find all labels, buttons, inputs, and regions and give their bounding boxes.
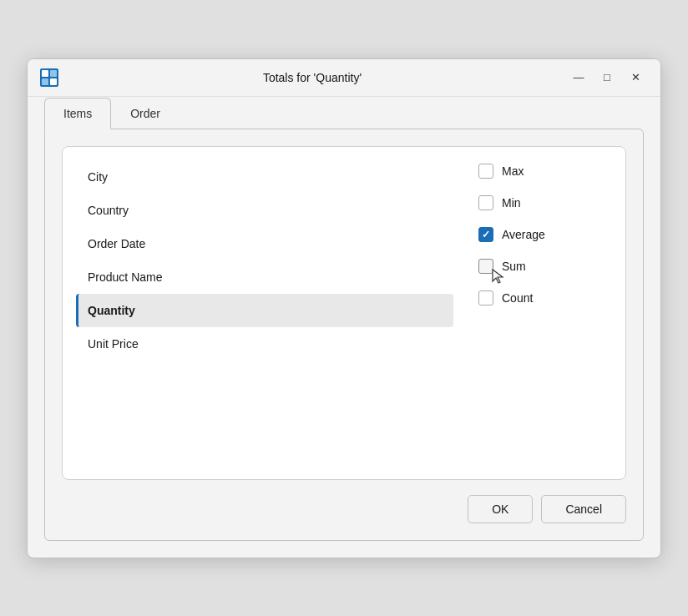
- app-icon: [39, 68, 59, 88]
- tab-items[interactable]: Items: [44, 98, 111, 129]
- tab-bar: Items Order: [44, 97, 644, 129]
- svg-rect-3: [42, 78, 48, 85]
- field-list: City Country Order Date Product Name Qua…: [76, 160, 453, 466]
- titlebar-left: [39, 68, 59, 88]
- titlebar: Totals for 'Quantity' — □ ✕: [28, 59, 660, 97]
- cancel-button[interactable]: Cancel: [541, 495, 626, 523]
- maximize-button[interactable]: □: [594, 68, 620, 88]
- agg-option-sum[interactable]: Sum: [478, 259, 526, 274]
- checkbox-average[interactable]: [478, 227, 493, 242]
- svg-rect-2: [50, 70, 57, 77]
- agg-option-max[interactable]: Max: [478, 164, 524, 179]
- agg-option-count[interactable]: Count: [478, 290, 533, 305]
- agg-label-min: Min: [502, 196, 521, 210]
- ok-button[interactable]: OK: [468, 495, 533, 523]
- inner-panel: City Country Order Date Product Name Qua…: [62, 146, 626, 480]
- svg-rect-1: [42, 70, 48, 77]
- agg-option-min[interactable]: Min: [478, 195, 521, 210]
- minimize-button[interactable]: —: [565, 68, 592, 88]
- field-item-unit-price[interactable]: Unit Price: [76, 327, 453, 361]
- field-item-country[interactable]: Country: [76, 194, 453, 227]
- svg-rect-4: [50, 78, 57, 85]
- agg-label-average: Average: [502, 228, 545, 241]
- agg-label-max: Max: [502, 164, 524, 178]
- agg-option-average[interactable]: Average: [478, 227, 545, 242]
- checkbox-count[interactable]: [478, 290, 493, 305]
- dialog-window: Totals for 'Quantity' — □ ✕ Items Order …: [27, 58, 661, 558]
- titlebar-controls: — □ ✕: [565, 68, 649, 88]
- agg-label-count: Count: [502, 291, 533, 305]
- tab-order[interactable]: Order: [111, 98, 180, 129]
- checkbox-sum[interactable]: [478, 259, 493, 274]
- tab-panel-items: City Country Order Date Product Name Qua…: [44, 129, 644, 541]
- checkbox-max[interactable]: [478, 164, 493, 179]
- field-item-city[interactable]: City: [76, 160, 453, 194]
- field-item-order-date[interactable]: Order Date: [76, 227, 453, 260]
- dialog-content: Items Order City Country Order Date Prod…: [28, 97, 660, 558]
- checkbox-min[interactable]: [478, 195, 493, 210]
- field-item-quantity[interactable]: Quantity: [76, 294, 453, 327]
- dialog-footer: OK Cancel: [62, 480, 626, 523]
- window-title: Totals for 'Quantity': [59, 71, 565, 84]
- field-item-product-name[interactable]: Product Name: [76, 260, 453, 294]
- close-button[interactable]: ✕: [622, 68, 649, 88]
- aggregation-options: Max Min Average: [478, 160, 612, 466]
- agg-label-sum: Sum: [502, 260, 526, 273]
